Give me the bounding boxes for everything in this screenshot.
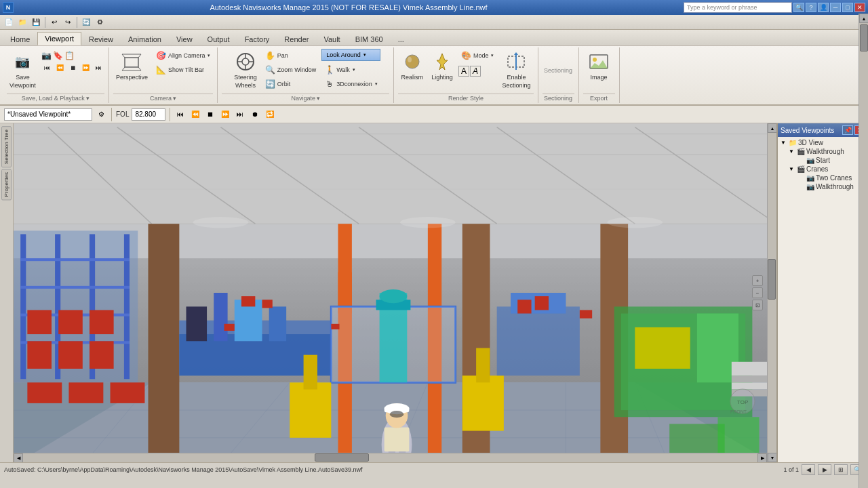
- scroll-up-arrow[interactable]: ▲: [768, 123, 776, 133]
- enable-sect-label2: Sectioning: [502, 82, 530, 89]
- zoom-window-button[interactable]: 🔍 Zoom Window: [262, 63, 319, 77]
- svg-marker-21: [590, 60, 608, 68]
- scroll-left-arrow[interactable]: ◀: [14, 453, 23, 462]
- group-label-export: Export: [583, 94, 615, 102]
- tree-item-3dview[interactable]: ▼ 📁 3D View: [779, 138, 867, 147]
- look-around-button[interactable]: Look Around ▾: [321, 49, 380, 61]
- search-button[interactable]: 🔍: [793, 3, 804, 12]
- tree-item-walkthrough1[interactable]: ▼ 🎬 Walkthrough: [779, 147, 867, 156]
- qa-undo-button[interactable]: ↩: [48, 16, 60, 28]
- svg-rect-71: [214, 293, 227, 341]
- tab-factory[interactable]: Factory: [237, 33, 277, 45]
- tab-review[interactable]: Review: [81, 33, 121, 45]
- perspective-button[interactable]: Perspective: [113, 49, 151, 83]
- properties-tab[interactable]: Properties: [1, 169, 12, 200]
- 3dconnexion-button[interactable]: 🖱 3Dconnexion ▾: [321, 77, 380, 91]
- tab-home[interactable]: Home: [3, 33, 37, 45]
- scroll-thumb-horizontal[interactable]: [315, 453, 369, 462]
- tree-item-walkthrough2[interactable]: 📷 Walkthrough: [779, 182, 867, 191]
- play-next-button[interactable]: ⏩: [219, 108, 231, 121]
- qa-open-button[interactable]: 📁: [16, 16, 28, 28]
- walk-button[interactable]: 🚶 Walk ▾: [321, 63, 380, 77]
- left-sidebar: Selection Tree Properties: [0, 123, 14, 462]
- nav-cube[interactable]: TOP FRONT: [702, 388, 756, 442]
- tab-vault[interactable]: Vault: [316, 33, 347, 45]
- image-button[interactable]: Image: [585, 49, 612, 83]
- scroll-right-arrow[interactable]: ▶: [757, 453, 767, 462]
- tree-item-cranes[interactable]: ▼ 🎬 Cranes: [779, 165, 867, 174]
- svg-line-5: [138, 67, 141, 70]
- vp-nav-fit[interactable]: ⊡: [752, 300, 763, 310]
- svg-rect-56: [58, 310, 83, 334]
- play-end-button[interactable]: ⏭: [234, 108, 246, 121]
- qa-new-button[interactable]: 📄: [3, 16, 15, 28]
- mode-button[interactable]: 🎨 Mode ▾: [458, 49, 497, 62]
- play-prev-button[interactable]: ⏪: [189, 108, 201, 121]
- minimize-button[interactable]: ─: [830, 3, 841, 12]
- maximize-button[interactable]: □: [842, 3, 853, 12]
- fov-input[interactable]: [132, 108, 165, 121]
- end-button[interactable]: ⏭: [93, 63, 104, 73]
- viewport-scrollbar-vertical[interactable]: ▲ ▼: [767, 123, 776, 462]
- tab-viewport[interactable]: Viewport: [37, 32, 81, 45]
- status-nav-prev[interactable]: ◀: [802, 464, 815, 475]
- enable-sectioning-button[interactable]: Enable Sectioning: [499, 49, 533, 91]
- search-bar[interactable]: Type a keyword or phrase: [684, 2, 792, 13]
- record-button[interactable]: ⏺: [249, 108, 261, 121]
- panel-pin-button[interactable]: 📌: [842, 125, 853, 135]
- status-nav-next[interactable]: ▶: [818, 464, 831, 475]
- viewport-nav-controls: + − ⊡: [752, 275, 763, 310]
- pan-button[interactable]: ✋ Pan: [262, 49, 319, 62]
- play-button[interactable]: ⏮: [41, 63, 53, 73]
- selection-tree-tab[interactable]: Selection Tree: [1, 126, 12, 167]
- show-tilt-button[interactable]: 📐 Show Tilt Bar: [153, 63, 214, 77]
- orbit-button[interactable]: 🔄 Orbit: [262, 77, 319, 91]
- svg-rect-47: [124, 234, 130, 379]
- tree-item-start[interactable]: 📷 Start: [779, 156, 867, 165]
- scroll-thumb-vertical[interactable]: [768, 259, 776, 300]
- show-tilt-icon: 📐: [156, 64, 167, 75]
- play-start-button[interactable]: ⏮: [174, 108, 186, 121]
- group-render-style: Realism Lighting 🎨 Mode ▾ A A: [394, 47, 538, 103]
- tab-render[interactable]: Render: [277, 33, 316, 45]
- tree-expand-cranes: ▼: [789, 166, 795, 172]
- stop-button[interactable]: ⏹: [67, 63, 79, 73]
- tab-view[interactable]: View: [169, 33, 200, 45]
- lighting-button[interactable]: Lighting: [429, 49, 456, 83]
- svg-point-114: [608, 217, 663, 228]
- tab-output[interactable]: Output: [200, 33, 237, 45]
- vp-nav-zoom-out[interactable]: −: [752, 287, 763, 298]
- tab-more[interactable]: ...: [391, 33, 412, 45]
- saved-viewpoints-header: Saved Viewpoints 📌 ✕: [778, 123, 868, 137]
- viewpoint-name-input[interactable]: [4, 108, 92, 121]
- user-button[interactable]: 👤: [818, 3, 829, 12]
- enable-sect-label: Enable: [507, 74, 526, 81]
- align-camera-button[interactable]: 🎯 Align Camera ▾: [153, 49, 214, 62]
- help-button[interactable]: ?: [806, 3, 816, 12]
- titlebar-controls: Type a keyword or phrase 🔍 ? 👤 ─ □ ✕: [684, 2, 865, 13]
- next-button[interactable]: ⏩: [79, 63, 92, 73]
- qa-save-button[interactable]: 💾: [30, 16, 42, 28]
- prev-button[interactable]: ⏪: [54, 63, 66, 73]
- viewpoint-options-button[interactable]: ⚙: [95, 108, 107, 121]
- tab-animation[interactable]: Animation: [121, 33, 169, 45]
- qa-settings-button[interactable]: ⚙: [94, 16, 106, 28]
- realism-button[interactable]: Realism: [398, 49, 426, 83]
- rsb-scroll-up[interactable]: ▲: [859, 14, 868, 23]
- tree-item-two-cranes[interactable]: 📷 Two Cranes: [779, 174, 867, 182]
- viewport[interactable]: ▲ ▼ ◀ ▶ + − ⊡ TOP FRONT: [14, 123, 776, 462]
- viewport-scrollbar-horizontal[interactable]: ◀ ▶: [14, 453, 767, 462]
- scroll-down-arrow[interactable]: ▼: [768, 453, 776, 462]
- vp-nav-zoom-in[interactable]: +: [752, 275, 763, 286]
- close-button[interactable]: ✕: [854, 3, 865, 12]
- status-grid-button[interactable]: ⊞: [834, 464, 848, 475]
- svg-rect-110: [331, 324, 339, 329]
- play-stop-button[interactable]: ⏹: [204, 108, 216, 121]
- 3dcon-arrow: ▾: [375, 81, 378, 87]
- loop-button[interactable]: 🔁: [264, 108, 276, 121]
- qa-redo-button[interactable]: ↪: [62, 16, 74, 28]
- save-viewpoint-button[interactable]: 📷 Save Viewpoint: [7, 49, 39, 91]
- tab-bim360[interactable]: BIM 360: [348, 33, 391, 45]
- steering-wheels-button[interactable]: Steering Wheels: [231, 49, 260, 91]
- qa-refresh-button[interactable]: 🔄: [80, 16, 92, 28]
